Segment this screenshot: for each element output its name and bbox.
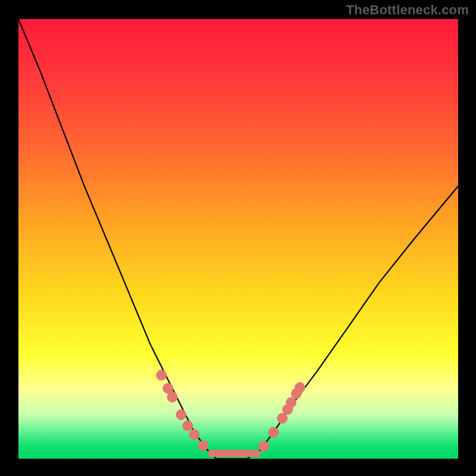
gradient-panel xyxy=(18,19,458,459)
watermark-text: TheBottleneck.com xyxy=(346,2,469,18)
chart-root: { "watermark": "TheBottleneck.com", "col… xyxy=(0,0,476,476)
